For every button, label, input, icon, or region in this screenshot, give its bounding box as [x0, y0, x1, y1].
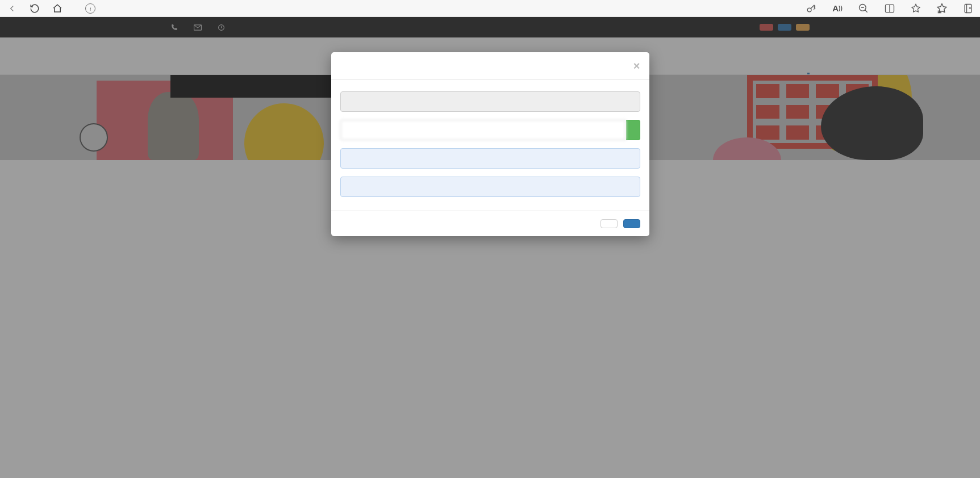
read-aloud-icon[interactable]: A)) — [831, 2, 844, 15]
close-button[interactable] — [600, 219, 618, 228]
back-button[interactable] — [6, 2, 18, 15]
site-info-icon[interactable]: i — [85, 3, 95, 14]
new-password-field[interactable] — [340, 177, 640, 197]
collections-icon[interactable] — [962, 2, 974, 15]
id-field — [340, 91, 640, 112]
code-field[interactable] — [340, 148, 640, 169]
address-bar[interactable]: i — [85, 3, 101, 14]
refresh-button[interactable] — [28, 2, 41, 15]
split-icon[interactable] — [883, 2, 896, 15]
key-icon[interactable] — [805, 2, 818, 15]
svg-point-0 — [807, 8, 811, 12]
close-icon[interactable]: × — [633, 60, 640, 72]
favorite-icon[interactable] — [910, 2, 922, 15]
change-password-modal: × — [331, 52, 649, 236]
browser-right-icons: A)) — [805, 2, 974, 15]
sms-code-button[interactable] — [626, 120, 640, 140]
browser-toolbar: i A)) — [0, 0, 980, 17]
zoom-out-icon[interactable] — [857, 2, 870, 15]
phone-field[interactable] — [340, 120, 626, 140]
favorites-list-icon[interactable] — [936, 2, 948, 15]
svg-rect-3 — [965, 4, 971, 12]
modal-header: × — [331, 52, 649, 80]
submit-button[interactable] — [623, 219, 640, 228]
home-button[interactable] — [51, 2, 64, 15]
